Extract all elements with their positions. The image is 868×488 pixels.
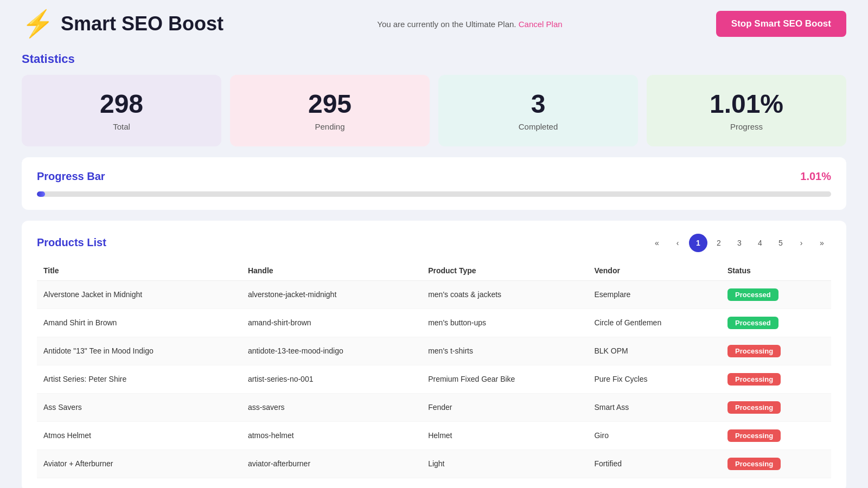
cell-type: Light xyxy=(422,450,588,478)
cell-handle: aviator-afterburner xyxy=(241,450,422,478)
cell-status: Processing xyxy=(721,421,831,450)
cell-type: men's coats & jackets xyxy=(422,280,588,309)
plan-info: You are currently on the Ultimate Plan. … xyxy=(377,20,562,29)
cell-status: Processing xyxy=(721,450,831,478)
products-list-title: Products List xyxy=(37,236,106,249)
pagination-page-3[interactable]: 3 xyxy=(730,234,749,252)
table-row: Artist Series: Peter Shireartist-series-… xyxy=(37,365,831,393)
stat-card-total: 298 Total xyxy=(22,75,221,146)
progress-bar-fill xyxy=(37,191,45,197)
stat-card-progress: 1.01% Progress xyxy=(647,75,846,146)
pagination-page-5[interactable]: 5 xyxy=(771,234,790,252)
cell-vendor: Smart Ass xyxy=(588,393,721,421)
col-header-title: Title xyxy=(37,261,241,281)
cell-vendor: Esemplare xyxy=(588,280,721,309)
stat-card-pending: 295 Pending xyxy=(230,75,430,146)
stat-label-pending: Pending xyxy=(241,122,419,131)
pagination: «‹12345›» xyxy=(648,234,831,252)
cell-handle: alverstone-jacket-midnight xyxy=(241,280,422,309)
progress-header: Progress Bar 1.01% xyxy=(37,170,831,183)
progress-bar-card: Progress Bar 1.01% xyxy=(22,157,846,210)
pagination-first[interactable]: « xyxy=(648,234,666,252)
cell-handle: antidote-13-tee-mood-indigo xyxy=(241,337,422,365)
pagination-prev[interactable]: ‹ xyxy=(668,234,687,252)
cell-vendor: Giro xyxy=(588,421,721,450)
progress-bar-percent: 1.01% xyxy=(800,170,831,183)
table-head: TitleHandleProduct TypeVendorStatus xyxy=(37,261,831,281)
cancel-plan-link[interactable]: Cancel Plan xyxy=(519,20,563,29)
table-row: Alverstone Jacket in Midnightalverstone-… xyxy=(37,280,831,309)
status-badge: Processed xyxy=(727,288,778,301)
stop-seo-button[interactable]: Stop Smart SEO Boost xyxy=(716,11,846,37)
cell-type: Premium Fixed Gear Bike xyxy=(422,365,588,393)
cell-type: men's button-ups xyxy=(422,309,588,337)
cell-title: Alverstone Jacket in Midnight xyxy=(37,280,241,309)
progress-bar-title: Progress Bar xyxy=(37,170,105,183)
cell-handle: ass-savers xyxy=(241,393,422,421)
table-body: Alverstone Jacket in Midnightalverstone-… xyxy=(37,280,831,478)
plan-text: You are currently on the Ultimate Plan. xyxy=(377,20,516,29)
stat-label-completed: Completed xyxy=(449,122,627,131)
pagination-next[interactable]: › xyxy=(792,234,810,252)
pagination-page-1[interactable]: 1 xyxy=(689,234,707,252)
status-badge: Processing xyxy=(727,373,781,386)
cell-handle: artist-series-no-001 xyxy=(241,365,422,393)
cell-type: Fender xyxy=(422,393,588,421)
pagination-page-4[interactable]: 4 xyxy=(751,234,769,252)
stat-card-completed: 3 Completed xyxy=(438,75,638,146)
products-header: Products List «‹12345›» xyxy=(37,234,831,252)
status-badge: Processed xyxy=(727,317,778,329)
cell-title: Antidote "13" Tee in Mood Indigo xyxy=(37,337,241,365)
status-badge: Processing xyxy=(727,429,781,442)
status-badge: Processing xyxy=(727,458,781,470)
stat-number-completed: 3 xyxy=(449,90,627,119)
cell-type: men's t-shirts xyxy=(422,337,588,365)
cell-status: Processing xyxy=(721,365,831,393)
cell-type: Helmet xyxy=(422,421,588,450)
pagination-page-2[interactable]: 2 xyxy=(710,234,728,252)
pagination-last[interactable]: » xyxy=(813,234,831,252)
table-header-row: TitleHandleProduct TypeVendorStatus xyxy=(37,261,831,281)
stats-grid: 298 Total 295 Pending 3 Completed 1.01% … xyxy=(22,75,846,146)
col-header-vendor: Vendor xyxy=(588,261,721,281)
table-row: Amand Shirt in Brownamand-shirt-brownmen… xyxy=(37,309,831,337)
lightning-icon: ⚡ xyxy=(22,11,54,37)
statistics-section: Statistics 298 Total 295 Pending 3 Compl… xyxy=(22,52,846,146)
statistics-title: Statistics xyxy=(22,52,846,66)
cell-handle: atmos-helmet xyxy=(241,421,422,450)
stat-number-progress: 1.01% xyxy=(658,90,835,119)
stat-number-total: 298 xyxy=(33,90,210,119)
cell-status: Processed xyxy=(721,280,831,309)
products-list-card: Products List «‹12345›» TitleHandleProdu… xyxy=(22,221,846,488)
cell-title: Amand Shirt in Brown xyxy=(37,309,241,337)
table-row: Antidote "13" Tee in Mood Indigoantidote… xyxy=(37,337,831,365)
cell-vendor: BLK OPM xyxy=(588,337,721,365)
app-title: Smart SEO Boost xyxy=(61,12,224,35)
table-row: Aviator + Afterburneraviator-afterburner… xyxy=(37,450,831,478)
col-header-handle: Handle xyxy=(241,261,422,281)
logo-area: ⚡ Smart SEO Boost xyxy=(22,11,224,37)
cell-status: Processing xyxy=(721,393,831,421)
cell-vendor: Circle of Gentlemen xyxy=(588,309,721,337)
col-header-product-type: Product Type xyxy=(422,261,588,281)
stat-number-pending: 295 xyxy=(241,90,419,119)
table-row: Ass Saversass-saversFenderSmart AssProce… xyxy=(37,393,831,421)
header: ⚡ Smart SEO Boost You are currently on t… xyxy=(22,11,846,37)
col-header-status: Status xyxy=(721,261,831,281)
progress-bar-track xyxy=(37,191,831,197)
status-badge: Processing xyxy=(727,401,781,414)
stat-label-total: Total xyxy=(33,122,210,131)
cell-status: Processed xyxy=(721,309,831,337)
stat-label-progress: Progress xyxy=(658,122,835,131)
cell-title: Atmos Helmet xyxy=(37,421,241,450)
cell-vendor: Fortified xyxy=(588,450,721,478)
cell-handle: amand-shirt-brown xyxy=(241,309,422,337)
cell-title: Aviator + Afterburner xyxy=(37,450,241,478)
products-table: TitleHandleProduct TypeVendorStatus Alve… xyxy=(37,261,831,478)
cell-vendor: Pure Fix Cycles xyxy=(588,365,721,393)
cell-title: Ass Savers xyxy=(37,393,241,421)
status-badge: Processing xyxy=(727,345,781,357)
table-row: Atmos Helmetatmos-helmetHelmetGiroProces… xyxy=(37,421,831,450)
cell-status: Processing xyxy=(721,337,831,365)
cell-title: Artist Series: Peter Shire xyxy=(37,365,241,393)
